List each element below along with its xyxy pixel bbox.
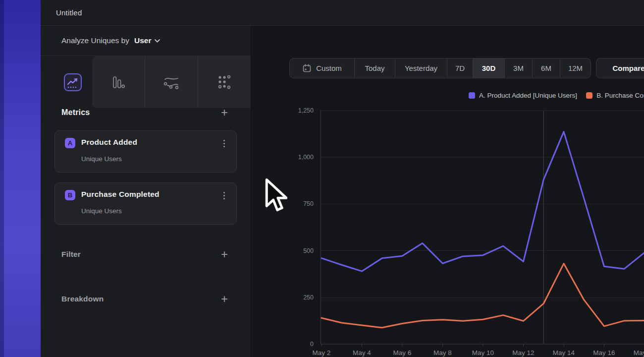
range-label: Yesterday: [405, 64, 437, 72]
legend-label: B. Purchase Completed [Unique Users]: [596, 92, 644, 99]
query-sidebar: Analyze Uniques by User: [41, 26, 251, 357]
calendar-icon: [302, 63, 312, 73]
svg-text:May 4: May 4: [353, 349, 371, 357]
svg-text:May 8: May 8: [433, 349, 452, 357]
range-label: Today: [365, 64, 384, 72]
range-7d[interactable]: 7D: [447, 59, 473, 78]
range-6m[interactable]: 6M: [532, 59, 560, 78]
flow-icon: [162, 74, 180, 91]
range-yesterday[interactable]: Yesterday: [395, 59, 447, 78]
visualization-tabstrip: [41, 56, 251, 108]
range-label: 6M: [541, 64, 551, 72]
line-chart-icon: [63, 73, 82, 92]
tab-bar-chart[interactable]: [92, 56, 145, 108]
legend-item-b[interactable]: B. Purchase Completed [Unique Users]: [586, 92, 644, 99]
svg-text:1,250: 1,250: [298, 107, 314, 114]
analyze-by-dropdown[interactable]: User: [134, 36, 161, 45]
add-breakdown-button[interactable]: +: [221, 293, 228, 305]
topbar: Untitled: [41, 0, 644, 26]
metric-name: Product Added: [81, 138, 137, 147]
compare-button[interactable]: Compare: [596, 58, 644, 78]
metrics-section-header: Metrics +: [61, 107, 228, 119]
metric-badge-a: A: [65, 138, 75, 148]
svg-text:250: 250: [303, 294, 314, 301]
metric-options-kebab-icon[interactable]: [218, 137, 229, 150]
range-3m[interactable]: 3M: [504, 59, 532, 78]
filter-title: Filter: [61, 250, 81, 259]
range-label: 7D: [455, 64, 465, 72]
range-label: 30D: [482, 64, 496, 72]
range-label: 3M: [513, 64, 524, 72]
svg-text:0: 0: [310, 341, 314, 348]
analyze-by-row: Analyze Uniques by User: [41, 26, 251, 56]
svg-text:500: 500: [303, 247, 314, 254]
screen: Untitled Analyze Uniques by User: [0, 0, 644, 357]
metric-measurement[interactable]: Unique Users: [81, 207, 122, 215]
add-filter-button[interactable]: +: [221, 248, 228, 260]
chevron-down-icon: [154, 39, 161, 43]
bar-chart-icon: [110, 74, 127, 91]
metric-name: Purchase Completed: [81, 190, 160, 199]
date-range-selector: Custom Today Yesterday 7D 30D 3M 6M 12M: [289, 58, 591, 78]
metrics-title: Metrics: [61, 108, 90, 117]
range-custom[interactable]: Custom: [290, 59, 354, 78]
tab-grid[interactable]: [198, 56, 251, 108]
svg-text:May 2: May 2: [313, 349, 331, 357]
metric-measurement[interactable]: Unique Users: [81, 155, 122, 163]
chart-legend: A. Product Added [Unique Users] B. Purch…: [469, 92, 644, 99]
chart-panel: Custom Today Yesterday 7D 30D 3M 6M 12M …: [251, 26, 644, 357]
range-label: Custom: [316, 64, 342, 72]
analytics-app-window: Untitled Analyze Uniques by User: [41, 0, 644, 357]
svg-text:May 14: May 14: [553, 349, 575, 357]
metric-badge-b: B: [65, 190, 75, 200]
range-label: 12M: [568, 64, 583, 72]
svg-text:May 6: May 6: [393, 349, 412, 357]
legend-item-a[interactable]: A. Product Added [Unique Users]: [469, 92, 577, 99]
range-today[interactable]: Today: [354, 59, 395, 78]
tabstrip-unselected-group: [92, 56, 251, 108]
metric-options-kebab-icon[interactable]: [218, 189, 229, 202]
range-12m[interactable]: 12M: [560, 59, 590, 78]
analyze-by-value: User: [134, 36, 151, 45]
svg-text:May 16: May 16: [593, 349, 615, 357]
metric-card-a[interactable]: A Product Added Unique Users: [54, 130, 237, 173]
desktop-gradient-stripe: [0, 0, 41, 357]
filter-section-header: Filter +: [61, 248, 228, 260]
report-title[interactable]: Untitled: [56, 8, 82, 17]
legend-label: A. Product Added [Unique Users]: [479, 92, 577, 99]
grid-dots-icon: [216, 74, 233, 91]
metric-card-b[interactable]: B Purchase Completed Unique Users: [54, 182, 237, 225]
breakdown-section-header: Breakdown +: [61, 293, 228, 305]
legend-swatch-orange: [586, 92, 592, 99]
analyze-by-label: Analyze Uniques by: [61, 36, 129, 45]
svg-text:May 18: May 18: [634, 349, 644, 357]
range-30d-selected[interactable]: 30D: [473, 59, 504, 78]
breakdown-title: Breakdown: [61, 295, 104, 303]
tab-line-chart-selected[interactable]: [54, 56, 92, 108]
svg-text:1,000: 1,000: [298, 154, 314, 161]
svg-text:750: 750: [303, 200, 314, 207]
tab-flow[interactable]: [145, 56, 198, 108]
svg-text:May 10: May 10: [472, 349, 494, 357]
add-metric-button[interactable]: +: [221, 107, 228, 119]
legend-swatch-purple: [469, 92, 475, 99]
svg-text:May 12: May 12: [512, 349, 534, 357]
